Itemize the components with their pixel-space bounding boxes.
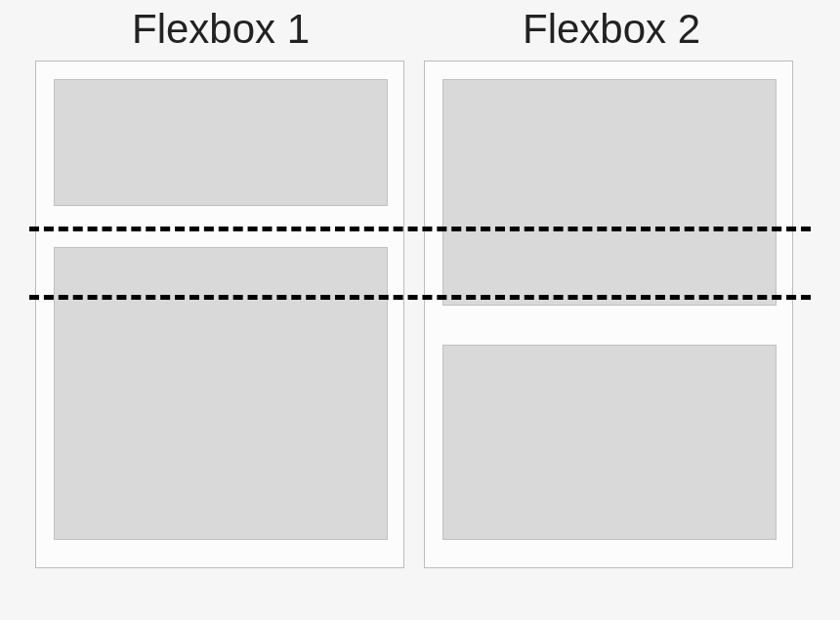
- flex-item: [442, 79, 777, 306]
- alignment-guide-line: [29, 295, 811, 300]
- flex-item: [54, 247, 388, 540]
- heading-flexbox-2: Flexbox 2: [523, 6, 700, 53]
- flex-item: [54, 79, 388, 206]
- alignment-guide-line: [29, 227, 811, 231]
- flexbox-container-1: [35, 61, 404, 568]
- heading-flexbox-1: Flexbox 1: [132, 6, 310, 53]
- flex-item: [442, 345, 777, 540]
- diagram-stage: Flexbox 1 Flexbox 2: [0, 0, 840, 620]
- flexbox-container-2: [424, 61, 793, 568]
